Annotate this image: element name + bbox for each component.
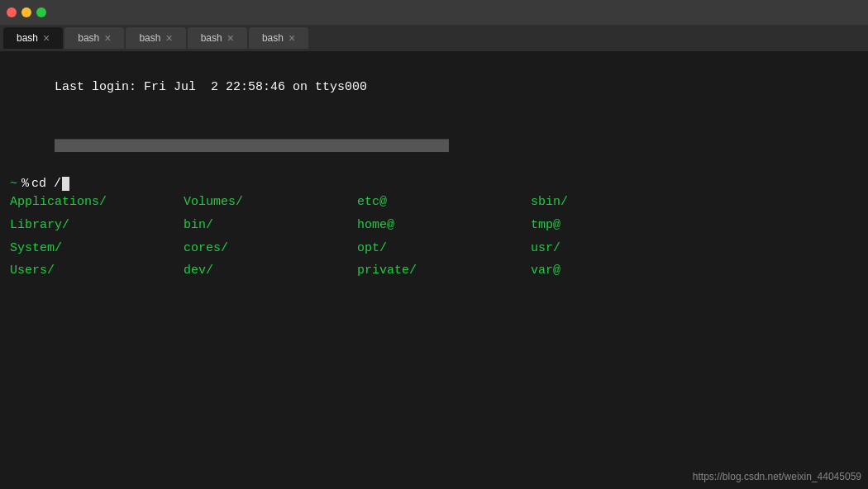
tab-2-close[interactable]: × <box>104 32 111 44</box>
dir-library: Library/ <box>10 214 184 237</box>
tab-2[interactable]: bash × <box>64 27 124 49</box>
tab-5-label: bash <box>262 32 284 44</box>
tab-bar: bash × bash × bash × bash × bash × <box>0 25 868 51</box>
dir-dev: dev/ <box>184 259 357 282</box>
window-title-bar <box>0 0 868 25</box>
dir-usr: usr/ <box>531 237 704 260</box>
tab-5[interactable]: bash × <box>249 27 308 49</box>
close-button[interactable] <box>7 7 17 17</box>
tab-3-label: bash <box>139 32 160 44</box>
tab-5-close[interactable]: × <box>289 32 295 44</box>
dir-tmp: tmp@ <box>531 214 704 237</box>
prompt-command: cd / <box>31 177 61 191</box>
terminal-content[interactable]: Last login: Fri Jul 2 22:58:46 on ttys00… <box>0 51 868 489</box>
tab-3-close[interactable]: × <box>165 32 172 44</box>
prompt-tilde: ~ <box>10 177 17 191</box>
dir-col-1: Applications/ Library/ System/ Users/ <box>10 191 184 282</box>
dir-home: home@ <box>357 214 531 237</box>
login-line: Last login: Fri Jul 2 22:58:46 on ttys00… <box>10 58 858 117</box>
tab-4-close[interactable]: × <box>227 32 234 44</box>
tab-1[interactable]: bash × <box>3 27 63 49</box>
login-text: Last login: Fri Jul 2 22:58:46 on ttys00… <box>55 80 367 94</box>
dir-col-3: etc@ home@ opt/ private/ <box>357 191 531 282</box>
prev-prompt-text: ████████████████████████████████████████… <box>55 140 449 154</box>
tab-4-label: bash <box>201 32 222 44</box>
dir-var: var@ <box>531 259 704 282</box>
dir-col-4: sbin/ tmp@ usr/ var@ <box>531 191 704 282</box>
dir-etc: etc@ <box>357 191 531 214</box>
tab-2-label: bash <box>78 32 99 44</box>
prompt-percent: % <box>21 177 29 191</box>
prompt-line: ~ % cd / <box>10 177 858 191</box>
dir-opt: opt/ <box>357 237 531 260</box>
dir-users: Users/ <box>10 259 184 282</box>
dir-system: System/ <box>10 237 184 260</box>
directory-listing: Applications/ Library/ System/ Users/ Vo… <box>10 191 858 282</box>
tab-1-close[interactable]: × <box>43 32 50 44</box>
dir-volumes: Volumes/ <box>184 191 357 214</box>
tab-4[interactable]: bash × <box>188 27 247 49</box>
terminal-window: bash × bash × bash × bash × bash × Last … <box>0 0 868 489</box>
dir-col-2: Volumes/ bin/ cores/ dev/ <box>184 191 357 282</box>
minimize-button[interactable] <box>21 7 31 17</box>
dir-applications: Applications/ <box>10 191 184 214</box>
maximize-button[interactable] <box>36 7 46 17</box>
previous-prompt-line: ████████████████████████████████████████… <box>10 117 858 177</box>
dir-cores: cores/ <box>184 237 357 260</box>
dir-private: private/ <box>357 259 531 282</box>
dir-bin: bin/ <box>184 214 357 237</box>
tab-3[interactable]: bash × <box>126 27 185 49</box>
terminal-cursor <box>62 177 69 191</box>
tab-1-label: bash <box>17 32 38 44</box>
watermark: https://blog.csdn.net/weixin_44045059 <box>693 471 861 482</box>
dir-sbin: sbin/ <box>531 191 704 214</box>
